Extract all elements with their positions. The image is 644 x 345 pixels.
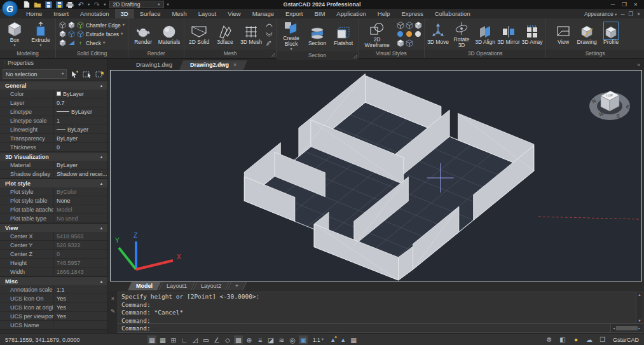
command-scrollbar[interactable]: ▲ ▼	[636, 292, 643, 323]
2d-wireframe-button[interactable]: 2D Wireframe	[360, 20, 394, 48]
tab-mesh[interactable]: Mesh	[166, 9, 192, 18]
save-as-icon[interactable]	[55, 1, 63, 8]
quick-view-grid-icon[interactable]: ▦	[349, 335, 358, 344]
create-block-button[interactable]: Create Block ▾	[278, 19, 304, 51]
tab-3d[interactable]: 3D	[115, 9, 134, 18]
workspace-switch-icon[interactable]: ▣	[299, 335, 308, 344]
tab-view[interactable]: View	[222, 9, 246, 18]
qat-customize-icon[interactable]: ▾	[167, 3, 169, 7]
snap-grid-icon[interactable]: ⊞	[169, 335, 178, 344]
clean-screen-icon[interactable]: ❒	[598, 335, 607, 344]
ribbon-restore-icon[interactable]: ❐	[628, 11, 633, 17]
tab-annotation[interactable]: Annotation	[74, 9, 114, 18]
close-commandline-icon[interactable]: ×	[111, 295, 114, 302]
tab-surface[interactable]: Surface	[134, 9, 167, 18]
section-view[interactable]: View▲	[0, 223, 107, 232]
hardware-acceleration-icon[interactable]: ●	[572, 335, 580, 344]
ribbon-close-icon[interactable]: ×	[637, 11, 640, 17]
appearance-menu[interactable]: Appearance ▾	[584, 11, 617, 17]
scroll-right-icon[interactable]: ▸	[638, 326, 641, 331]
flatshot-button[interactable]: Flatshot	[331, 24, 356, 46]
scroll-up-icon[interactable]: ▲	[638, 293, 641, 297]
2d-solid-button[interactable]: 2D Solid	[186, 23, 212, 45]
tab-manage[interactable]: Manage	[247, 9, 280, 18]
materials-button[interactable]: Materials	[156, 23, 182, 45]
style-realistic-icon[interactable]	[396, 30, 404, 38]
panel-grip-icon[interactable]: ⋮⋮	[2, 59, 12, 67]
snap-marker-icon[interactable]: ◇	[223, 335, 232, 344]
snap-mode-icon[interactable]: ▦	[158, 335, 167, 344]
chamfer-edge-button[interactable]: Chamfer Edge ▾	[59, 22, 125, 29]
rotate-3d-button[interactable]: Rotate 3D	[450, 20, 473, 48]
style-sketchy-icon[interactable]	[405, 39, 413, 47]
select-objects-icon[interactable]	[82, 69, 92, 79]
customize-commandline-icon[interactable]: ✎	[111, 308, 116, 315]
workspace-dropdown[interactable]: 2D Drafting ▾	[109, 1, 164, 8]
mesh-launcher-icon[interactable]: ◿	[271, 50, 275, 58]
transparency-icon[interactable]: ◪	[266, 335, 275, 344]
isodraft-icon[interactable]: ▭	[202, 335, 210, 344]
lineweight-icon[interactable]: ≡	[256, 335, 264, 344]
open-file-icon[interactable]	[34, 1, 41, 8]
extrude-button[interactable]: Extrude ▾	[28, 21, 53, 47]
selection-cycling-icon[interactable]: ◎	[288, 335, 297, 344]
object-snap-tracking-icon[interactable]: ⊕	[245, 335, 254, 344]
view-cube[interactable]: N W S E TOP	[586, 79, 635, 125]
redo-icon[interactable]: ↷	[94, 1, 100, 8]
coordinates-display[interactable]: 5781.1559, 341.1879, 0.0000	[5, 337, 100, 343]
view-settings-button[interactable]: View	[552, 23, 574, 45]
section-general[interactable]: General▲	[0, 81, 107, 90]
box-button[interactable]: Box ▾	[2, 21, 27, 47]
tab-drawing2[interactable]: Drawing2.dwg×	[181, 60, 245, 70]
save-icon[interactable]	[45, 1, 52, 8]
tab-home[interactable]: Home	[20, 9, 48, 18]
close-tab-icon[interactable]: ×	[233, 62, 236, 68]
annotation-visibility-icon[interactable]: ▲✦	[329, 337, 337, 343]
toggle-pickadd-icon[interactable]	[69, 69, 79, 79]
3dface-button[interactable]: 3dface	[212, 23, 238, 45]
print-icon[interactable]	[66, 1, 74, 8]
tab-layout[interactable]: Layout	[193, 9, 223, 18]
render-button[interactable]: Render	[130, 23, 156, 45]
undo-caret-icon[interactable]: ▾	[88, 3, 90, 7]
model-viewport[interactable]: N W S E TOP Z Y X	[110, 70, 642, 281]
lock-ui-icon[interactable]: ◧	[558, 335, 567, 344]
3d-move-button[interactable]: 3D Move	[427, 23, 449, 45]
tab-add-layout[interactable]: +	[229, 282, 245, 290]
tab-overflow-icon[interactable]: »	[633, 62, 644, 68]
restore-button[interactable]: ❐	[620, 0, 629, 9]
tab-layout2[interactable]: Layout2	[195, 282, 228, 290]
gstarcad-logo-icon[interactable]: G	[2, 1, 18, 17]
tab-export[interactable]: Export	[280, 9, 308, 18]
tab-help[interactable]: Help	[372, 9, 396, 18]
ribbon-minimize-icon[interactable]: ─	[620, 11, 624, 17]
tab-bim[interactable]: BIM	[308, 9, 331, 18]
quick-select-icon[interactable]	[95, 69, 105, 79]
redo-caret-icon[interactable]: ▾	[104, 3, 106, 7]
3d-mirror-button[interactable]: 3D Mirror	[497, 23, 520, 45]
command-input[interactable]: Command: ◂ ▸	[118, 323, 643, 332]
polar-tracking-icon[interactable]: ◿	[191, 335, 200, 344]
new-file-icon[interactable]	[23, 1, 31, 8]
undo-icon[interactable]: ↶	[78, 1, 83, 8]
3d-array-button[interactable]: 3D Array	[521, 23, 544, 45]
tab-model[interactable]: Model	[130, 282, 159, 290]
check-button[interactable]: + Check ▾	[59, 39, 125, 46]
section-button[interactable]: Section	[305, 24, 330, 46]
annotation-scale-control[interactable]: 1:1 ▾	[313, 337, 324, 343]
tab-drawing1[interactable]: Drawing1.dwg	[127, 60, 181, 70]
selection-dropdown[interactable]: No selection ▾	[3, 69, 67, 79]
drawing-settings-button[interactable]: Drawing	[575, 23, 599, 45]
tab-insert[interactable]: Insert	[48, 9, 74, 18]
section-plot-style[interactable]: Plot style▲	[0, 179, 107, 187]
ruled-surface-icon[interactable]	[266, 40, 273, 47]
command-hscrollbar[interactable]: ◂ ▸	[610, 324, 643, 332]
auto-annotation-scale-icon[interactable]: ▲	[339, 337, 347, 343]
style-shaded-icon[interactable]	[414, 21, 422, 29]
profile-button[interactable]: Profile	[599, 23, 622, 45]
style-hidden-icon[interactable]	[405, 21, 413, 29]
ortho-mode-icon[interactable]: ∟	[180, 335, 189, 344]
tab-express[interactable]: Express	[395, 9, 428, 18]
settings-gear-icon[interactable]: ⚙	[545, 335, 554, 344]
3d-mesh-button[interactable]: 3D Mesh	[238, 23, 264, 45]
